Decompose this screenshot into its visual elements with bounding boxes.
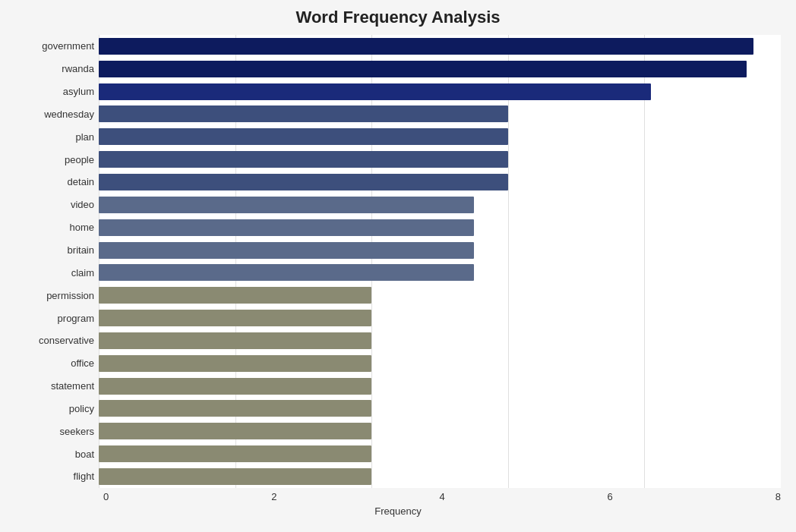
bar (99, 423, 371, 439)
bar-row (99, 330, 781, 351)
bar (99, 242, 474, 259)
bar-row (99, 81, 781, 102)
y-label: permission (15, 285, 94, 306)
y-label: office (15, 353, 94, 374)
bar-row (99, 420, 781, 442)
bar-row (99, 36, 781, 57)
bar-row (99, 307, 781, 329)
y-label: statement (15, 376, 94, 397)
bar (99, 197, 474, 213)
bar (99, 355, 371, 372)
bar-row (99, 262, 781, 283)
bar-row (99, 285, 781, 306)
bar-row (99, 58, 781, 80)
bar-row (99, 376, 781, 397)
bar (99, 38, 753, 55)
x-tick: 6 (608, 491, 613, 502)
y-label: claim (15, 262, 94, 283)
bar (99, 310, 371, 326)
x-tick: 0 (103, 491, 109, 502)
chart-area: governmentrwandaasylumwednesdayplanpeopl… (15, 35, 781, 517)
bar (99, 445, 371, 462)
bar (99, 378, 371, 395)
bar-row (99, 126, 781, 147)
y-label: policy (15, 398, 94, 419)
y-label: asylum (15, 81, 94, 102)
bar-row (99, 172, 781, 193)
y-label: detain (15, 172, 94, 193)
bar (99, 83, 651, 100)
bar (99, 151, 508, 168)
y-label: wednesday (15, 103, 94, 124)
bar (99, 264, 474, 281)
bar (99, 219, 474, 236)
bar (99, 332, 371, 349)
bar-row (99, 194, 781, 216)
bar (99, 174, 508, 190)
y-label: program (15, 307, 94, 329)
y-label: people (15, 149, 94, 170)
bar (99, 287, 371, 304)
bar-row (99, 217, 781, 238)
y-label: flight (15, 466, 94, 487)
y-label: seekers (15, 420, 94, 442)
bars-container (99, 35, 781, 488)
y-label: boat (15, 443, 94, 464)
bar-row (99, 240, 781, 261)
y-label: plan (15, 126, 94, 147)
y-label: home (15, 217, 94, 238)
x-tick: 2 (271, 491, 276, 502)
bars-and-grid (99, 35, 781, 488)
y-label: rwanda (15, 58, 94, 80)
chart-main: governmentrwandaasylumwednesdayplanpeopl… (15, 35, 781, 488)
bar (99, 105, 508, 122)
bar (99, 128, 508, 145)
y-label: britain (15, 240, 94, 261)
x-axis: 02468 (15, 488, 781, 502)
y-labels: governmentrwandaasylumwednesdayplanpeopl… (15, 35, 99, 488)
bar-row (99, 466, 781, 487)
chart-title: Word Frequency Analysis (296, 8, 501, 27)
bar-row (99, 103, 781, 124)
x-tick: 8 (775, 491, 781, 502)
bar (99, 468, 371, 485)
bar-row (99, 398, 781, 419)
y-label: conservative (15, 330, 94, 351)
bar-row (99, 353, 781, 374)
x-axis-label: Frequency (15, 505, 781, 517)
x-tick: 4 (439, 491, 444, 502)
bar-row (99, 443, 781, 464)
y-label: video (15, 194, 94, 216)
y-label: government (15, 36, 94, 57)
bar (99, 400, 371, 417)
bar (99, 61, 747, 77)
bar-row (99, 149, 781, 170)
